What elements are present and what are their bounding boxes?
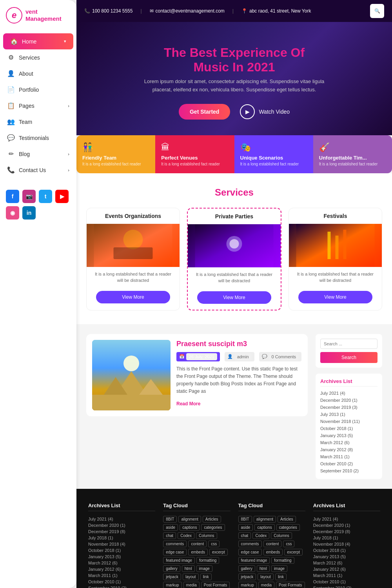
tag-item[interactable]: Columns bbox=[271, 532, 292, 539]
tag-item[interactable]: chat bbox=[238, 532, 251, 539]
tag-item[interactable]: Post Formats bbox=[276, 582, 305, 588]
footer-archive-item[interactable]: March 2012 (6) bbox=[313, 560, 380, 566]
tag-item[interactable]: chat bbox=[163, 532, 176, 539]
archive-item[interactable]: January 2013 (5) bbox=[320, 432, 377, 439]
tag-item[interactable]: formatting bbox=[271, 557, 294, 564]
read-more-link[interactable]: Read More bbox=[176, 401, 200, 407]
footer-archive-item[interactable]: July 2018 (1) bbox=[88, 535, 155, 541]
tag-item[interactable]: link bbox=[200, 573, 212, 580]
tag-item[interactable]: Articles bbox=[278, 516, 296, 523]
sidebar-item-about[interactable]: 👤 About bbox=[0, 65, 76, 82]
search-button[interactable]: 🔍 bbox=[370, 4, 384, 18]
archive-item[interactable]: October 2010 (2) bbox=[320, 460, 377, 467]
instagram-link[interactable]: 📷 bbox=[22, 190, 36, 203]
footer-archive-item[interactable]: December 2019 (8) bbox=[313, 528, 380, 535]
tag-item[interactable]: aside bbox=[238, 524, 253, 531]
footer-archive-item[interactable]: November 2018 (4) bbox=[313, 541, 380, 547]
footer-archive-item[interactable]: December 2020 (1) bbox=[88, 522, 155, 528]
archive-item[interactable]: July 2021 (4) bbox=[320, 390, 377, 397]
tag-item[interactable]: aside bbox=[163, 524, 178, 531]
tag-item[interactable]: categories bbox=[201, 524, 225, 531]
footer-archive-item[interactable]: November 2018 (4) bbox=[88, 541, 155, 547]
tag-item[interactable]: jetpack bbox=[163, 573, 181, 580]
tag-item[interactable]: gallery bbox=[238, 565, 255, 572]
tag-item[interactable]: Columns bbox=[196, 532, 217, 539]
tag-item[interactable]: markup bbox=[238, 582, 257, 588]
sidebar-item-testimonials[interactable]: 💬 Testimonials bbox=[0, 130, 76, 146]
sidebar-item-home[interactable]: 🏠 Home ▾ bbox=[3, 33, 73, 49]
tag-item[interactable]: css bbox=[283, 541, 294, 547]
archive-item[interactable]: March 2012 (6) bbox=[320, 439, 377, 446]
footer-archive-item[interactable]: September 2010 (2) bbox=[313, 585, 380, 588]
tag-item[interactable]: excerpt bbox=[209, 549, 228, 555]
footer-archive-item[interactable]: July 2021 (4) bbox=[313, 516, 380, 522]
tag-item[interactable]: comments bbox=[163, 541, 187, 547]
footer-archive-item[interactable]: January 2012 (6) bbox=[88, 566, 155, 572]
footer-archive-item[interactable]: December 2019 (8) bbox=[88, 528, 155, 535]
search-submit-button[interactable]: Search bbox=[320, 352, 377, 363]
tag-item[interactable]: jetpack bbox=[238, 573, 256, 580]
facebook-link[interactable]: f bbox=[6, 190, 19, 203]
tag-item[interactable]: layout bbox=[258, 573, 274, 580]
archive-item[interactable]: December 2019 (3) bbox=[320, 404, 377, 411]
tag-item[interactable]: content bbox=[263, 541, 282, 547]
watch-video-button[interactable]: ▶ Watch Video bbox=[240, 104, 290, 119]
tag-item[interactable]: image bbox=[271, 565, 287, 572]
view-more-button-events[interactable]: View More bbox=[96, 291, 171, 303]
tag-item[interactable]: featured image bbox=[163, 557, 195, 564]
tag-item[interactable]: link bbox=[275, 573, 287, 580]
tag-item[interactable]: layout bbox=[183, 573, 199, 580]
tag-item[interactable]: media bbox=[183, 582, 200, 588]
tag-item[interactable]: Post Formats bbox=[201, 582, 230, 588]
view-more-button-festivals[interactable]: View More bbox=[298, 291, 373, 303]
tag-item[interactable]: featured image bbox=[238, 557, 270, 564]
twitter-link[interactable]: t bbox=[39, 190, 52, 203]
tag-item[interactable]: formatting bbox=[196, 557, 219, 564]
footer-archive-item[interactable]: October 2018 (1) bbox=[313, 547, 380, 554]
tag-item[interactable]: embeds bbox=[263, 549, 283, 555]
tag-item[interactable]: html bbox=[257, 565, 270, 572]
tag-item[interactable]: gallery bbox=[163, 565, 180, 572]
sidebar-item-blog[interactable]: ✏ Blog › bbox=[0, 146, 76, 162]
tag-item[interactable]: 8BIT bbox=[238, 516, 252, 523]
footer-archive-item[interactable]: January 2013 (5) bbox=[88, 554, 155, 560]
youtube-link[interactable]: ▶ bbox=[55, 190, 69, 203]
tag-item[interactable]: alignment bbox=[178, 516, 201, 523]
sidebar-item-services[interactable]: ⚙ Services bbox=[0, 49, 76, 65]
tag-item[interactable]: captions bbox=[254, 524, 274, 531]
footer-archive-item[interactable]: March 2012 (6) bbox=[88, 560, 155, 566]
footer-archive-item[interactable]: July 2018 (1) bbox=[313, 535, 380, 541]
footer-archive-item[interactable]: October 2018 (1) bbox=[88, 547, 155, 554]
archive-item[interactable]: September 2010 (2) bbox=[320, 467, 377, 474]
tag-item[interactable]: embeds bbox=[188, 549, 208, 555]
footer-archive-item[interactable]: January 2012 (6) bbox=[313, 566, 380, 572]
footer-archive-item[interactable]: July 2021 (4) bbox=[88, 516, 155, 522]
linkedin-link[interactable]: in bbox=[22, 206, 36, 220]
tag-item[interactable]: comments bbox=[238, 541, 262, 547]
footer-archive-item[interactable]: December 2020 (1) bbox=[313, 522, 380, 528]
sidebar-item-contact[interactable]: 📞 Contact Us › bbox=[0, 162, 76, 178]
tag-item[interactable]: content bbox=[188, 541, 207, 547]
archive-item[interactable]: October 2018 (1) bbox=[320, 425, 377, 432]
tag-item[interactable]: Articles bbox=[203, 516, 221, 523]
tag-item[interactable]: Codex bbox=[252, 532, 269, 539]
archive-item[interactable]: January 2012 (8) bbox=[320, 446, 377, 453]
archive-item[interactable]: March 2011 (1) bbox=[320, 453, 377, 460]
tag-item[interactable]: alignment bbox=[254, 516, 276, 523]
footer-archive-item[interactable]: March 2011 (1) bbox=[313, 572, 380, 579]
view-more-button-parties[interactable]: View More bbox=[197, 291, 272, 304]
footer-archive-item[interactable]: October 2010 (1) bbox=[313, 579, 380, 585]
footer-archive-item[interactable]: March 2011 (1) bbox=[88, 572, 155, 579]
archive-item[interactable]: November 2018 (11) bbox=[320, 418, 377, 425]
tag-item[interactable]: 8BIT bbox=[163, 516, 177, 523]
tag-item[interactable]: edge case bbox=[163, 549, 187, 555]
get-started-button[interactable]: Get Started bbox=[179, 104, 230, 120]
sidebar-item-team[interactable]: 👥 Team bbox=[0, 114, 76, 130]
footer-archive-item[interactable]: January 2013 (5) bbox=[313, 554, 380, 560]
search-input[interactable] bbox=[320, 339, 377, 349]
tag-item[interactable]: excerpt bbox=[284, 549, 303, 555]
tag-item[interactable]: css bbox=[208, 541, 220, 547]
tag-item[interactable]: captions bbox=[180, 524, 200, 531]
tag-item[interactable]: edge case bbox=[238, 549, 262, 555]
tag-item[interactable]: media bbox=[258, 582, 274, 588]
